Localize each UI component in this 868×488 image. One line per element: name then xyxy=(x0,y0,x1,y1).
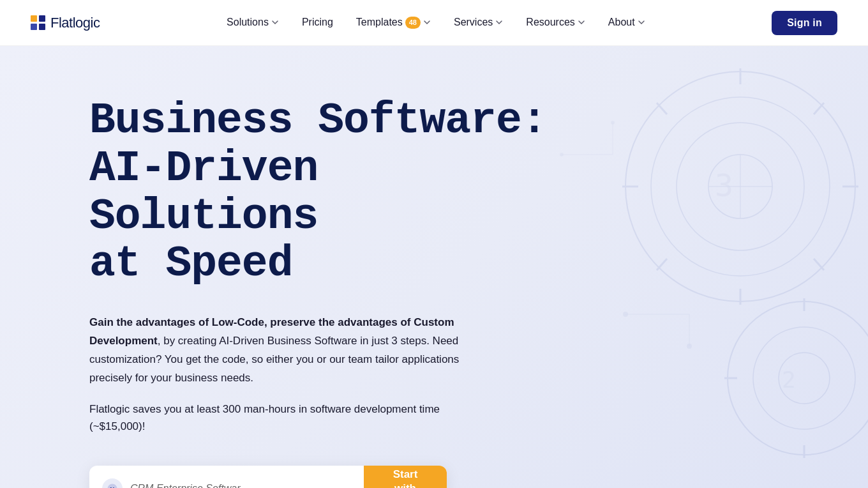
svg-point-15 xyxy=(753,327,855,429)
hero-title-line3: at Speed xyxy=(89,239,292,288)
cta-button-line1: Start xyxy=(393,468,418,480)
signin-button[interactable]: Sign in xyxy=(772,11,837,35)
svg-point-27 xyxy=(560,153,564,156)
nav-label-services: Services xyxy=(454,17,493,28)
nav-link-about[interactable]: About xyxy=(598,11,655,33)
nav-link-services[interactable]: Services xyxy=(444,11,513,33)
chevron-down-icon xyxy=(638,19,645,26)
nav-item-services: Services xyxy=(444,11,513,33)
nav-label-resources: Resources xyxy=(526,17,574,28)
hero-title: Business Software: AI-Driven Solutions a… xyxy=(89,97,549,288)
hero-description: Gain the advantages of Low-Code, preserv… xyxy=(89,314,472,388)
hero-title-line1: Business Software: xyxy=(89,96,547,145)
nav-label-templates: Templates xyxy=(356,17,403,28)
nav-item-resources: Resources xyxy=(516,11,595,33)
nav-item-pricing: Pricing xyxy=(292,11,343,33)
logo-sq-blue2 xyxy=(31,24,37,30)
navbar: Flatlogic Solutions Pricing Templates 48 xyxy=(0,0,868,46)
nav-link-pricing[interactable]: Pricing xyxy=(292,11,343,33)
nav-label-solutions: Solutions xyxy=(227,17,269,28)
nav-label-about: About xyxy=(608,17,635,28)
cta-button-label: Start with AI xyxy=(393,468,418,488)
logo-text-bold: Flat xyxy=(50,15,73,31)
svg-line-10 xyxy=(657,259,667,270)
nav-link-templates[interactable]: Templates 48 xyxy=(346,11,441,34)
logo-icon xyxy=(31,15,45,30)
nav-item-solutions: Solutions xyxy=(216,11,289,33)
chevron-down-icon xyxy=(271,19,279,26)
svg-text:2: 2 xyxy=(782,367,796,393)
hero-savings-text: Flatlogic saves you at least 300 man-hou… xyxy=(89,400,460,435)
cta-placeholder[interactable]: CRM Enterprise Softwar xyxy=(130,483,241,488)
logo[interactable]: Flatlogic xyxy=(31,15,100,31)
cta-area: AI CRM Enterprise Softwar Start with AI xyxy=(89,466,447,488)
svg-point-28 xyxy=(611,121,615,125)
nav-link-solutions[interactable]: Solutions xyxy=(216,11,289,33)
nav-link-resources[interactable]: Resources xyxy=(516,11,595,33)
cta-button-line2: with xyxy=(394,482,416,488)
chevron-down-icon xyxy=(423,19,431,26)
ai-icon: AI xyxy=(102,478,123,488)
logo-text: Flatlogic xyxy=(50,15,100,31)
svg-point-24 xyxy=(687,344,692,349)
cta-input-section: AI CRM Enterprise Softwar xyxy=(89,466,364,488)
chevron-down-icon xyxy=(495,19,503,26)
nav-links: Solutions Pricing Templates 48 Service xyxy=(216,11,655,34)
svg-point-14 xyxy=(728,301,868,455)
chevron-down-icon xyxy=(578,19,585,26)
nav-item-templates: Templates 48 xyxy=(346,11,441,34)
hero-title-line2: AI-Driven Solutions xyxy=(89,144,318,241)
svg-point-23 xyxy=(623,312,628,317)
hero-section: 3 2 Business Software: AI-Driven Solutio… xyxy=(0,46,868,488)
svg-line-7 xyxy=(657,103,667,114)
cta-start-button[interactable]: Start with AI xyxy=(364,466,447,488)
logo-text-light: logic xyxy=(73,15,100,31)
logo-sq-blue3 xyxy=(39,24,45,30)
nav-label-pricing: Pricing xyxy=(302,17,333,28)
svg-text:3: 3 xyxy=(715,167,733,203)
hero-content: Business Software: AI-Driven Solutions a… xyxy=(89,97,549,488)
templates-badge: 48 xyxy=(405,17,421,29)
svg-line-8 xyxy=(814,259,824,270)
nav-item-about: About xyxy=(598,11,655,33)
logo-sq-blue1 xyxy=(39,15,45,22)
svg-line-9 xyxy=(814,103,824,114)
logo-sq-yellow xyxy=(31,15,37,22)
